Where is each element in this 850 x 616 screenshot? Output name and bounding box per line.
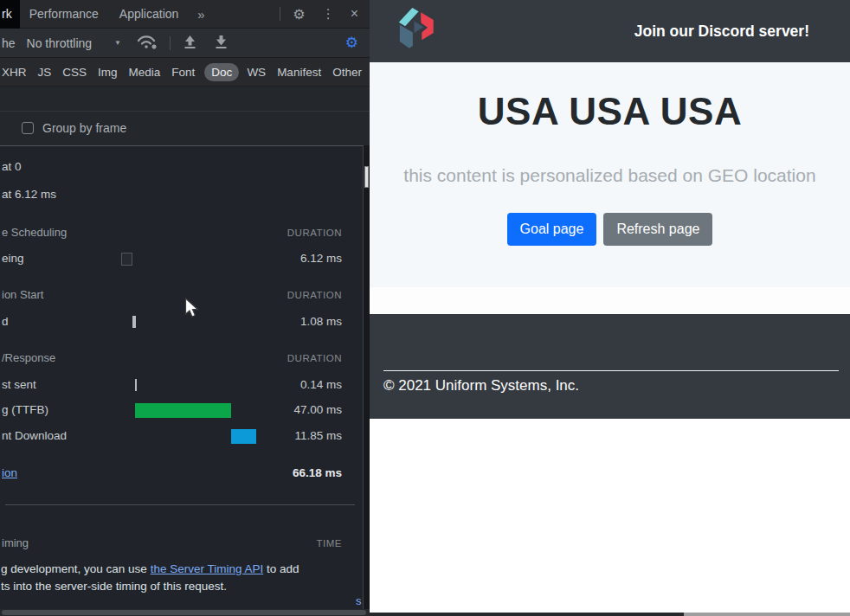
filter-doc-active[interactable]: Doc (204, 63, 239, 81)
row-label: st sent (2, 378, 36, 391)
refresh-page-button[interactable]: Refresh page (603, 213, 712, 246)
mouse-cursor (184, 298, 200, 323)
duration-column-header: DURATION (287, 353, 342, 363)
stalled-bar (132, 316, 136, 328)
page-footer: © 2021 Uniform Systems, Inc. (370, 314, 850, 419)
row-value: 6.12 ms (300, 252, 342, 265)
queueing-bar (121, 253, 132, 266)
note-text: to add (263, 562, 299, 575)
network-settings-gear-icon-active[interactable]: ⚙ (345, 34, 358, 52)
more-options-icon[interactable]: ⋮ (322, 6, 335, 22)
timing-row-total: ion 66.18 ms (0, 466, 364, 482)
section-label: /Response (2, 351, 55, 364)
section-server-timing: iming TIME (0, 536, 364, 552)
filter-css[interactable]: CSS (62, 66, 87, 79)
discord-banner-text: Join our Discord server! (634, 22, 809, 41)
hero-buttons: Goal page Refresh page (370, 213, 850, 246)
row-label: eing (2, 252, 24, 265)
server-timing-note-line2: ts into the server-side timing of this r… (1, 580, 351, 593)
note-text: g development, you can use (1, 562, 151, 575)
section-label: iming (2, 536, 29, 549)
network-conditions-icon[interactable] (136, 33, 158, 53)
timing-row-request-sent: st sent 0.14 ms (0, 378, 364, 394)
screenshot-root: rk Performance Application » ⚙ ⋮ × he No… (0, 0, 850, 616)
copyright-text: © 2021 Uniform Systems, Inc. (383, 377, 839, 395)
server-timing-note-line1: g development, you can use the Server Ti… (1, 562, 351, 575)
row-label: g (TTFB) (2, 403, 48, 416)
import-har-icon[interactable] (183, 35, 197, 52)
row-label: nt Download (2, 429, 67, 442)
duration-column-header: DURATION (287, 290, 342, 300)
bottom-scrollbar-thumb[interactable] (684, 613, 850, 616)
timing-row-content-download: nt Download 11.85 ms (0, 429, 364, 445)
started-at-label: at 6.12 ms (2, 188, 56, 201)
group-by-frame-label: Group by frame (42, 121, 126, 135)
throttling-select[interactable]: No throttling (27, 36, 92, 50)
filter-ws[interactable]: WS (247, 66, 266, 79)
close-icon[interactable]: × (351, 6, 358, 22)
uniform-hexagon-logo[interactable] (393, 7, 438, 55)
footer-divider (383, 370, 839, 371)
goal-page-button[interactable]: Goal page (507, 213, 597, 246)
section-gap (370, 287, 850, 314)
clipped-link-text: s (356, 594, 362, 607)
page-header: Join our Discord server! (370, 0, 850, 62)
section-connection-start: ion Start DURATION (0, 288, 364, 304)
filter-js[interactable]: JS (38, 66, 52, 79)
tab-application[interactable]: Application (119, 7, 179, 21)
server-timing-api-link[interactable]: the Server Timing API (151, 562, 264, 575)
hero-section: USA USA USA this content is personalized… (370, 62, 850, 287)
hero-subtitle: this content is personalized based on GE… (370, 165, 850, 186)
devtools-tabbar: rk Performance Application » ⚙ ⋮ × (0, 0, 370, 29)
filter-media[interactable]: Media (129, 66, 161, 79)
divider (170, 36, 171, 50)
section-request-response: /Response DURATION (0, 351, 364, 367)
row-value: 0.14 ms (300, 378, 342, 391)
section-resource-scheduling: e Scheduling DURATION (0, 226, 364, 241)
waiting-ttfb-bar (135, 403, 231, 418)
disable-cache-label-partial[interactable]: he (2, 36, 16, 50)
request-type-filterbar: XHR JS CSS Img Media Font Doc WS Manifes… (0, 58, 370, 87)
row-value: 11.85 ms (294, 429, 342, 442)
bottom-scrollbar-track[interactable] (370, 613, 684, 616)
divider (5, 504, 355, 505)
row-label: d (2, 315, 9, 328)
horizontal-scrollbar[interactable] (0, 609, 370, 616)
explanation-link-partial[interactable]: ion (2, 466, 17, 479)
settings-gear-icon[interactable]: ⚙ (293, 6, 305, 22)
browser-page: Join our Discord server! USA USA USA thi… (370, 0, 850, 616)
timing-pane: at 0 at 6.12 ms e Scheduling DURATION ei… (0, 145, 364, 609)
row-value: 1.08 ms (300, 315, 342, 328)
request-sent-bar (135, 379, 137, 391)
filter-manifest[interactable]: Manifest (277, 66, 321, 79)
page-title: USA USA USA (370, 90, 850, 133)
section-label: ion Start (2, 288, 43, 301)
queued-at-label: at 0 (2, 160, 22, 173)
filter-font[interactable]: Font (171, 66, 195, 79)
vertical-scrollbar[interactable] (364, 145, 370, 609)
group-by-frame-checkbox[interactable] (22, 122, 34, 134)
section-label: e Scheduling (2, 226, 67, 239)
timing-row-stalled: d 1.08 ms (0, 315, 364, 330)
divider (280, 7, 280, 21)
timing-row-queueing: eing 6.12 ms (0, 252, 364, 267)
filter-img[interactable]: Img (98, 66, 118, 79)
chevron-down-icon[interactable]: ▼ (114, 39, 121, 47)
vertical-scrollbar-thumb[interactable] (364, 166, 369, 188)
filter-xhr[interactable]: XHR (2, 66, 27, 79)
horizontal-scrollbar-thumb[interactable] (2, 610, 366, 615)
duration-column-header: DURATION (287, 228, 342, 238)
total-duration-value: 66.18 ms (293, 466, 342, 479)
tab-performance[interactable]: Performance (29, 7, 99, 21)
row-value: 47.00 ms (293, 403, 342, 416)
content-download-bar (231, 429, 256, 444)
tab-network-partial[interactable]: rk (0, 0, 20, 29)
group-by-frame-bar: Group by frame (0, 112, 370, 144)
time-column-header: TIME (317, 538, 342, 549)
export-har-icon[interactable] (214, 35, 229, 52)
timing-row-waiting-ttfb: g (TTFB) 47.00 ms (0, 403, 364, 419)
filter-other[interactable]: Other (332, 66, 362, 79)
tab-overflow-icon[interactable]: » (197, 7, 204, 22)
network-toolbar: he No throttling ▼ (0, 29, 370, 58)
